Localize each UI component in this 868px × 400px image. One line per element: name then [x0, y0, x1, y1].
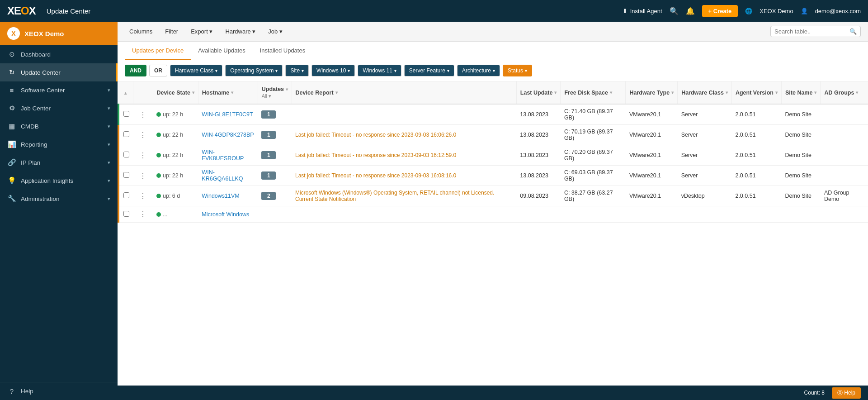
- hostname-link[interactable]: WIN-KR6GQA6LLKQ: [202, 169, 243, 182]
- top-nav-actions: ⬇ Install Agent 🔍 🔔 + Create 🌐 XEOX Demo…: [623, 5, 861, 17]
- device-state-text: up: 22 h: [163, 132, 183, 138]
- sidebar-item-label: Dashboard: [21, 51, 110, 58]
- hostname-link[interactable]: Microsoft Windows: [202, 211, 249, 218]
- hardware-type-cell: VMware20,1: [626, 186, 678, 206]
- device-state-cell: up: 6 d: [153, 186, 198, 206]
- free-disk-space-cell: C: 70.20 GB (89.37 GB): [561, 145, 626, 166]
- sort-icon: ▾: [554, 90, 557, 95]
- dashboard-icon: ⊙: [7, 50, 16, 58]
- sidebar-item-ip-plan[interactable]: 🔗 IP Plan ▾: [0, 153, 118, 171]
- operating-system-filter[interactable]: Operating System ▾: [225, 65, 283, 76]
- free-disk-space-cell: C: 70.19 GB (89.37 GB): [561, 125, 626, 145]
- hardware-class-cell: Server: [678, 125, 732, 145]
- create-button[interactable]: + Create: [702, 5, 738, 17]
- windows-10-filter[interactable]: Windows 10 ▾: [311, 65, 355, 76]
- and-logic-button[interactable]: AND: [125, 65, 146, 76]
- sidebar-item-job-center[interactable]: ⚙ Job Center ▾: [0, 99, 118, 117]
- tab-installed-updates[interactable]: Installed Updates: [253, 42, 312, 60]
- device-state-header[interactable]: Device State ▾: [153, 81, 198, 104]
- updates-cell: 1: [258, 145, 292, 166]
- row-checkbox[interactable]: [123, 211, 129, 217]
- windows-11-filter[interactable]: Windows 11 ▾: [358, 65, 401, 76]
- row-menu-button[interactable]: ⋮: [137, 171, 149, 181]
- site-filter[interactable]: Site ▾: [285, 65, 309, 76]
- job-button[interactable]: Job ▾: [264, 26, 287, 37]
- last-update-cell: 13.08.2023: [516, 125, 561, 145]
- or-logic-button[interactable]: OR: [149, 65, 167, 76]
- device-state-text: up: 6 d: [163, 193, 180, 199]
- updates-badge: 2: [261, 192, 276, 200]
- columns-button[interactable]: Columns: [125, 26, 157, 37]
- hardware-type-header[interactable]: Hardware Type ▾: [626, 81, 678, 104]
- export-button[interactable]: Export ▾: [186, 26, 217, 37]
- row-checkbox[interactable]: [123, 111, 129, 117]
- site-name-header[interactable]: Site Name ▾: [781, 81, 820, 104]
- table-row: ⋮ up: 6 d Windows11VM 2 Microsoft Window…: [118, 186, 868, 206]
- updates-cell: 2: [258, 186, 292, 206]
- sidebar-item-administration[interactable]: 🔧 Administration ▾: [0, 190, 118, 208]
- sidebar-item-label: Job Center: [21, 105, 103, 112]
- free-disk-space-header[interactable]: Free Disk Space ▾: [561, 81, 626, 104]
- hostname-cell: WIN-4GDP8K278BP: [198, 125, 258, 145]
- row-menu-button[interactable]: ⋮: [137, 151, 149, 160]
- row-checkbox[interactable]: [123, 192, 129, 198]
- hardware-button[interactable]: Hardware ▾: [221, 26, 260, 37]
- row-menu-button[interactable]: ⋮: [137, 191, 149, 201]
- notifications-icon-button[interactable]: 🔔: [686, 7, 695, 15]
- hardware-class-header[interactable]: Hardware Class ▾: [678, 81, 732, 104]
- site-name-cell: Demo Site: [781, 166, 820, 186]
- sidebar-item-label: IP Plan: [21, 159, 103, 166]
- hardware-type-cell: VMware20,1: [626, 104, 678, 125]
- row-menu-button[interactable]: ⋮: [137, 210, 149, 219]
- filter-button[interactable]: Filter: [160, 26, 183, 37]
- search-box[interactable]: 🔍: [770, 26, 861, 37]
- search-input[interactable]: [774, 28, 847, 35]
- install-agent-button[interactable]: ⬇ Install Agent: [623, 8, 662, 14]
- sidebar-item-update-center[interactable]: ↻ Update Center: [0, 63, 118, 81]
- help-icon: ?: [7, 387, 16, 395]
- hostname-link[interactable]: WIN-4GDP8K278BP: [202, 132, 254, 138]
- row-checkbox[interactable]: [123, 131, 129, 137]
- sidebar-item-application-insights[interactable]: 💡 Application Insights ▾: [0, 171, 118, 190]
- sidebar-org[interactable]: X XEOX Demo: [0, 22, 118, 45]
- toolbar: Columns Filter Export ▾ Hardware ▾ Job ▾…: [118, 22, 868, 42]
- sidebar-item-software-center[interactable]: ≡ Software Center ▾: [0, 81, 118, 99]
- search-icon-button[interactable]: 🔍: [670, 7, 679, 15]
- ad-groups-header[interactable]: AD Groups ▾: [821, 81, 868, 104]
- hostname-link[interactable]: WIN-GL8E1TF0C9T: [202, 111, 253, 118]
- update-center-icon: ↻: [7, 68, 16, 76]
- app-logo: XEOX: [7, 5, 36, 17]
- row-checkbox[interactable]: [123, 152, 129, 157]
- row-menu-button[interactable]: ⋮: [137, 130, 149, 140]
- status-filter[interactable]: Status ▾: [503, 65, 532, 76]
- site-name-cell: [781, 206, 820, 223]
- help-button[interactable]: ⓪ Help: [832, 387, 861, 399]
- hostname-link[interactable]: WIN-FVK8UESROUP: [202, 149, 244, 162]
- table-row: ⋮ up: 22 h WIN-4GDP8K278BP 1 Last job fa…: [118, 125, 868, 145]
- device-report-text: Last job failed: Timeout - no response s…: [295, 132, 456, 138]
- sidebar-item-label: Application Insights: [21, 177, 103, 184]
- agent-version-cell: 2.0.0.51: [731, 145, 781, 166]
- sidebar-item-cmdb[interactable]: ▦ CMDB ▾: [0, 117, 118, 135]
- architecture-filter[interactable]: Architecture ▾: [457, 65, 500, 76]
- hostname-link[interactable]: Windows11VM: [202, 193, 239, 199]
- chevron-down-icon: ▾: [394, 68, 396, 73]
- last-update-header[interactable]: Last Update ▾: [516, 81, 561, 104]
- hostname-header[interactable]: Hostname ▾: [198, 81, 258, 104]
- hardware-class-filter[interactable]: Hardware Class ▾: [170, 65, 222, 76]
- server-feature-filter[interactable]: Server Feature ▾: [404, 65, 454, 76]
- tab-updates-per-device[interactable]: Updates per Device: [125, 42, 191, 60]
- sidebar-item-reporting[interactable]: 📊 Reporting ▾: [0, 135, 118, 153]
- tab-available-updates[interactable]: Available Updates: [191, 42, 253, 60]
- software-center-icon: ≡: [7, 86, 16, 94]
- row-checkbox-cell: [118, 186, 133, 206]
- agent-version-header[interactable]: Agent Version ▾: [731, 81, 781, 104]
- updates-header[interactable]: Updates ▾ All ▾: [258, 81, 292, 104]
- device-report-header[interactable]: Device Report ▾: [292, 81, 516, 104]
- row-checkbox[interactable]: [123, 172, 129, 178]
- sidebar-item-help[interactable]: ? Help: [0, 382, 118, 400]
- row-menu-button[interactable]: ⋮: [137, 110, 149, 119]
- sidebar-item-label: Update Center: [21, 69, 110, 76]
- sidebar-item-dashboard[interactable]: ⊙ Dashboard: [0, 45, 118, 63]
- sort-icon: ▾: [775, 90, 778, 95]
